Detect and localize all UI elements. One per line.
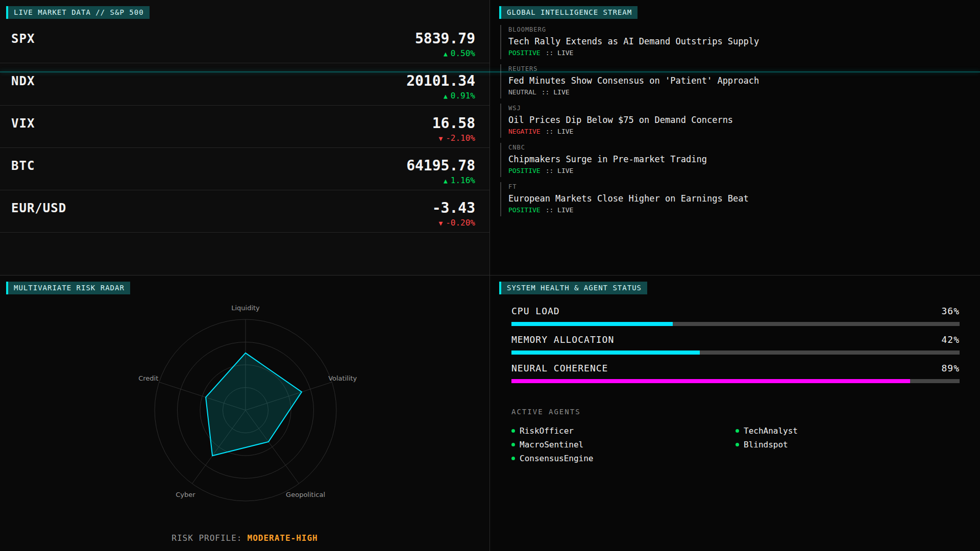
meter-label: CPU LOAD [511, 306, 560, 317]
news-item[interactable]: WSJ Oil Prices Dip Below $75 on Demand C… [500, 104, 960, 138]
news-item[interactable]: CNBC Chipmakers Surge in Pre-market Trad… [500, 143, 960, 177]
news-item[interactable]: BLOOMBERG Tech Rally Extends as AI Deman… [500, 25, 960, 59]
ticker-row: EUR/USD -3.43 ▼-0.20% [0, 190, 489, 233]
ticker-row: NDX 20101.34 ▲0.91% [0, 63, 489, 106]
news-live-status: :: LIVE [546, 167, 574, 175]
ticker-row: VIX 16.58 ▼-2.10% [0, 106, 489, 148]
agent-name: TechAnalyst [744, 426, 798, 436]
news-meta: POSITIVE :: LIVE [508, 167, 960, 175]
ticker-price: -3.43 [432, 201, 475, 216]
ticker-symbol: BTC [11, 158, 35, 173]
system-content: CPU LOAD 36% MEMORY ALLOCATION 42% NEURA… [490, 294, 980, 465]
agent-status-dot-icon [736, 443, 739, 446]
ticker-change: ▼-2.10% [432, 133, 475, 143]
radar-axis-label: Cyber [176, 491, 195, 498]
news-source: REUTERS [508, 65, 960, 73]
agent-item: TechAnalyst [736, 424, 960, 438]
news-item[interactable]: FT European Markets Close Higher on Earn… [500, 182, 960, 216]
ticker-price: 64195.78 [406, 158, 475, 173]
risk-profile-value: MODERATE-HIGH [248, 533, 318, 543]
news-sentiment: NEGATIVE [508, 128, 541, 136]
change-percent: 0.91% [451, 91, 475, 101]
news-sentiment: POSITIVE [508, 206, 541, 214]
change-percent: 0.50% [451, 48, 475, 58]
meter-list: CPU LOAD 36% MEMORY ALLOCATION 42% NEURA… [511, 306, 960, 383]
meter-label: MEMORY ALLOCATION [511, 334, 614, 345]
agent-list: RiskOfficer MacroSentinel ConsensusEngin… [511, 424, 960, 465]
news-meta: POSITIVE :: LIVE [508, 206, 960, 214]
news-source: CNBC [508, 144, 960, 152]
panel-news-stream: GLOBAL INTELLIGENCE STREAM BLOOMBERG Tec… [490, 0, 980, 276]
agent-status-dot-icon [511, 429, 515, 433]
meter-fill [511, 322, 673, 326]
agent-name: RiskOfficer [520, 426, 574, 436]
change-percent: 1.16% [451, 176, 475, 185]
radar-axis-label: Liquidity [231, 304, 260, 312]
panel-title-market: LIVE MARKET DATA // S&P 500 [6, 6, 150, 19]
dashboard-grid: LIVE MARKET DATA // S&P 500 SPX 5839.79 … [0, 0, 980, 551]
meter-track [511, 350, 960, 355]
panel-title-radar: MULTIVARIATE RISK RADAR [6, 282, 130, 294]
active-agents-heading: ACTIVE AGENTS [511, 408, 960, 416]
news-headline: Chipmakers Surge in Pre-market Trading [508, 154, 960, 165]
agent-name: ConsensusEngine [520, 454, 594, 463]
agent-item: Blindspot [736, 438, 960, 452]
news-live-status: :: LIVE [542, 88, 570, 96]
ticker-price: 20101.34 [406, 73, 475, 89]
ticker-price: 5839.79 [415, 31, 475, 46]
panel-title-system: SYSTEM HEALTH & AGENT STATUS [499, 282, 647, 294]
ticker-change: ▼-0.20% [432, 218, 475, 228]
news-headline: Fed Minutes Show Consensus on 'Patient' … [508, 75, 960, 86]
agent-status-dot-icon [511, 457, 515, 460]
change-percent: -2.10% [446, 133, 475, 143]
ticker-change: ▲0.50% [415, 48, 475, 58]
change-arrow-icon: ▲ [444, 50, 448, 58]
news-item[interactable]: REUTERS Fed Minutes Show Consensus on 'P… [500, 64, 960, 98]
agent-item: ConsensusEngine [511, 452, 736, 465]
news-headline: European Markets Close Higher on Earning… [508, 193, 960, 204]
news-sentiment: POSITIVE [508, 167, 541, 175]
system-meter: CPU LOAD 36% [511, 306, 960, 326]
agent-item: MacroSentinel [511, 438, 736, 452]
news-meta: NEGATIVE :: LIVE [508, 128, 960, 136]
risk-profile-label: RISK PROFILE: [172, 533, 242, 543]
news-source: BLOOMBERG [508, 26, 960, 34]
panel-risk-radar: LiquidityVolatilityGeopoliticalCyberCred… [0, 276, 490, 551]
meter-label: NEURAL COHERENCE [511, 363, 608, 374]
ticker-row: SPX 5839.79 ▲0.50% [0, 21, 489, 63]
ticker-quote: -3.43 ▼-0.20% [432, 201, 475, 228]
ticker-quote: 64195.78 ▲1.16% [406, 158, 475, 185]
meter-value: 36% [941, 306, 960, 317]
news-source: FT [508, 183, 960, 191]
ticker-symbol: EUR/USD [11, 201, 66, 216]
news-sentiment: NEUTRAL [508, 88, 536, 96]
panel-system-health: SYSTEM HEALTH & AGENT STATUS CPU LOAD 36… [490, 276, 980, 551]
meter-header: MEMORY ALLOCATION 42% [511, 334, 960, 345]
change-arrow-icon: ▲ [444, 177, 448, 185]
agent-item: RiskOfficer [511, 424, 736, 438]
radar-axis-label: Volatility [328, 374, 357, 382]
ticker-symbol: VIX [11, 116, 35, 131]
ticker-quote: 5839.79 ▲0.50% [415, 31, 475, 58]
ticker-quote: 16.58 ▼-2.10% [432, 116, 475, 143]
ticker-price: 16.58 [432, 116, 475, 131]
change-arrow-icon: ▲ [444, 92, 448, 100]
news-headline: Oil Prices Dip Below $75 on Demand Conce… [508, 114, 960, 126]
change-arrow-icon: ▼ [438, 135, 443, 142]
news-live-status: :: LIVE [546, 128, 574, 136]
news-live-status: :: LIVE [546, 49, 574, 57]
radar-data-polygon [206, 353, 302, 456]
panel-title-news: GLOBAL INTELLIGENCE STREAM [499, 6, 638, 19]
news-meta: POSITIVE :: LIVE [508, 49, 960, 57]
agent-status-dot-icon [736, 429, 739, 433]
meter-fill [511, 379, 910, 383]
system-meter: MEMORY ALLOCATION 42% [511, 334, 960, 355]
agent-status-dot-icon [511, 443, 515, 446]
ticker-row: BTC 64195.78 ▲1.16% [0, 148, 489, 190]
meter-header: NEURAL COHERENCE 89% [511, 363, 960, 374]
system-meter: NEURAL COHERENCE 89% [511, 363, 960, 383]
radar-axis-label: Credit [138, 374, 158, 382]
radar-axis-label: Geopolitical [286, 491, 325, 498]
change-percent: -0.20% [446, 218, 475, 228]
meter-track [511, 322, 960, 326]
